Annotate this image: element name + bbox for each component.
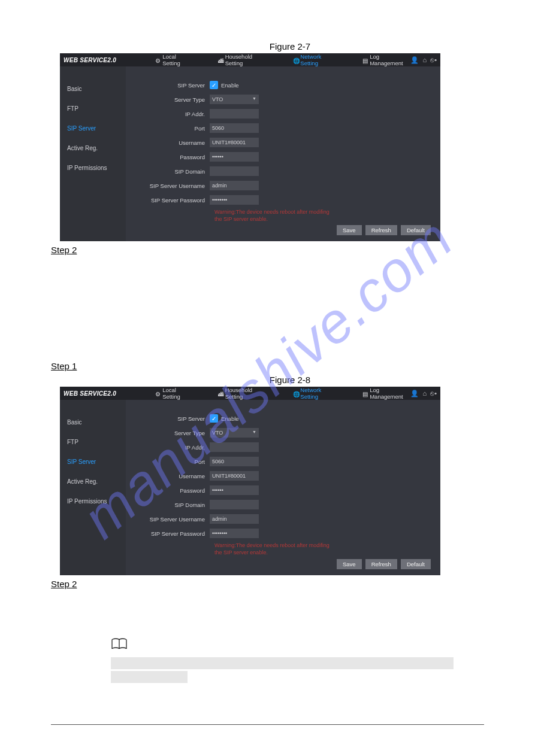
home-icon[interactable]: ⌂	[422, 56, 427, 64]
nav-label: Local Setting	[162, 387, 193, 400]
nav-label: Local Setting	[162, 53, 193, 66]
label-username: Username	[132, 473, 210, 479]
screenshot-figure-2-7: WEB SERVICE2.0 ⚙ Local Setting 🏙 Househo…	[60, 53, 440, 241]
label-username: Username	[132, 139, 210, 146]
top-nav: ⚙ Local Setting 🏙 Household Setting 🌐 Ne…	[155, 387, 410, 400]
settings-sidebar: Basic FTP SIP Server Active Reg. IP Perm…	[60, 400, 126, 575]
input-sip-server-password[interactable]: ••••••••	[210, 529, 259, 538]
nav-household-setting[interactable]: 🏙 Household Setting	[218, 53, 268, 66]
settings-form: SIP Server ✓ Enable Server Type VTO IP A…	[126, 400, 440, 575]
refresh-button[interactable]: Refresh	[365, 225, 397, 235]
topbar-actions: 👤 ⌂ ⎋•	[410, 56, 437, 64]
label-sip-domain: SIP Domain	[132, 168, 210, 175]
sidebar-item-active-reg[interactable]: Active Reg.	[67, 478, 126, 485]
label-sip-domain: SIP Domain	[132, 502, 210, 508]
nav-network-setting[interactable]: 🌐 Network Setting	[293, 53, 337, 66]
note-area	[111, 638, 484, 683]
sidebar-item-basic[interactable]: Basic	[67, 86, 126, 92]
figure-caption-2-8: Figure 2-8	[51, 375, 484, 385]
nav-label: Household Setting	[225, 387, 268, 400]
sidebar-item-active-reg[interactable]: Active Reg.	[67, 145, 126, 151]
save-button[interactable]: Save	[337, 559, 362, 569]
nav-local-setting[interactable]: ⚙ Local Setting	[155, 53, 193, 66]
form-footer: Save Refresh Default	[132, 223, 434, 239]
input-password[interactable]: ••••••	[210, 152, 259, 162]
label-sip-server-username: SIP Server Username	[132, 183, 210, 189]
user-icon[interactable]: 👤	[410, 56, 419, 64]
step-1-label: Step 1	[51, 361, 484, 371]
sidebar-item-sip-server[interactable]: SIP Server	[67, 459, 126, 465]
input-sip-domain[interactable]	[210, 166, 259, 176]
sidebar-item-sip-server[interactable]: SIP Server	[67, 125, 126, 132]
label-enable: Enable	[221, 415, 239, 422]
label-server-type: Server Type	[132, 96, 210, 103]
topbar-actions: 👤 ⌂ ⎋•	[410, 390, 437, 397]
default-button[interactable]: Default	[401, 559, 431, 569]
input-password[interactable]: ••••••	[210, 485, 259, 495]
nav-label: Network Setting	[300, 387, 337, 400]
exit-icon[interactable]: ⎋•	[430, 56, 437, 64]
nav-label: Household Setting	[225, 53, 268, 66]
label-sip-server-password: SIP Server Password	[132, 530, 210, 537]
sidebar-item-ip-permissions[interactable]: IP Permissions	[67, 498, 126, 505]
nav-label: Network Setting	[300, 53, 337, 66]
gear-icon: ⚙	[155, 57, 161, 63]
input-ip-addr[interactable]	[210, 109, 259, 119]
refresh-button[interactable]: Refresh	[365, 559, 397, 569]
page-footer-rule	[51, 724, 484, 725]
label-server-type: Server Type	[132, 430, 210, 436]
redacted-text-line-2	[111, 671, 188, 683]
input-sip-server-username[interactable]: admin	[210, 181, 259, 190]
nav-local-setting[interactable]: ⚙ Local Setting	[155, 387, 193, 400]
log-icon: ▤	[362, 57, 368, 63]
app-body: Basic FTP SIP Server Active Reg. IP Perm…	[60, 66, 440, 241]
input-sip-domain[interactable]	[210, 500, 259, 509]
nav-label: Log Management	[370, 387, 410, 400]
globe-icon: 🌐	[293, 57, 298, 63]
sidebar-item-ftp[interactable]: FTP	[67, 105, 126, 112]
checkbox-enable[interactable]: ✓	[210, 414, 218, 423]
nav-network-setting[interactable]: 🌐 Network Setting	[293, 387, 337, 400]
input-username[interactable]: UNIT1#80001	[210, 471, 259, 481]
sidebar-item-ip-permissions[interactable]: IP Permissions	[67, 165, 126, 171]
exit-icon[interactable]: ⎋•	[430, 390, 437, 397]
settings-sidebar: Basic FTP SIP Server Active Reg. IP Perm…	[60, 66, 126, 241]
input-sip-server-password[interactable]: ••••••••	[210, 195, 259, 205]
save-button[interactable]: Save	[337, 225, 362, 235]
label-password: Password	[132, 154, 210, 160]
log-icon: ▤	[362, 391, 368, 396]
sidebar-item-basic[interactable]: Basic	[67, 419, 126, 426]
label-password: Password	[132, 487, 210, 494]
label-ip-addr: IP Addr.	[132, 111, 210, 117]
nav-log-management[interactable]: ▤ Log Management	[362, 387, 410, 400]
app-topbar: WEB SERVICE2.0 ⚙ Local Setting 🏙 Househo…	[60, 53, 440, 66]
input-port[interactable]: 5060	[210, 457, 259, 466]
top-nav: ⚙ Local Setting 🏙 Household Setting 🌐 Ne…	[155, 53, 410, 66]
gear-icon: ⚙	[155, 391, 161, 396]
label-sip-server: SIP Server	[132, 82, 210, 89]
building-icon: 🏙	[218, 57, 223, 63]
default-button[interactable]: Default	[401, 225, 431, 235]
checkbox-enable[interactable]: ✓	[210, 81, 218, 89]
globe-icon: 🌐	[293, 391, 298, 396]
input-sip-server-username[interactable]: admin	[210, 514, 259, 524]
nav-label: Log Management	[370, 53, 410, 66]
label-enable: Enable	[221, 82, 239, 89]
nav-log-management[interactable]: ▤ Log Management	[362, 53, 410, 66]
select-server-type[interactable]: VTO	[210, 95, 259, 104]
label-sip-server: SIP Server	[132, 415, 210, 422]
user-icon[interactable]: 👤	[410, 390, 419, 397]
sidebar-item-ftp[interactable]: FTP	[67, 439, 126, 445]
warning-text: Warning:The device needs reboot after mo…	[214, 542, 334, 556]
app-topbar: WEB SERVICE2.0 ⚙ Local Setting 🏙 Househo…	[60, 387, 440, 400]
input-username[interactable]: UNIT1#80001	[210, 138, 259, 147]
home-icon[interactable]: ⌂	[422, 390, 427, 397]
input-port[interactable]: 5060	[210, 123, 259, 133]
redacted-text-line-1	[111, 657, 454, 669]
label-port: Port	[132, 459, 210, 465]
select-server-type[interactable]: VTO	[210, 428, 259, 438]
nav-household-setting[interactable]: 🏙 Household Setting	[218, 387, 268, 400]
input-ip-addr[interactable]	[210, 442, 259, 452]
book-icon	[111, 638, 484, 654]
screenshot-figure-2-8: WEB SERVICE2.0 ⚙ Local Setting 🏙 Househo…	[60, 387, 440, 575]
